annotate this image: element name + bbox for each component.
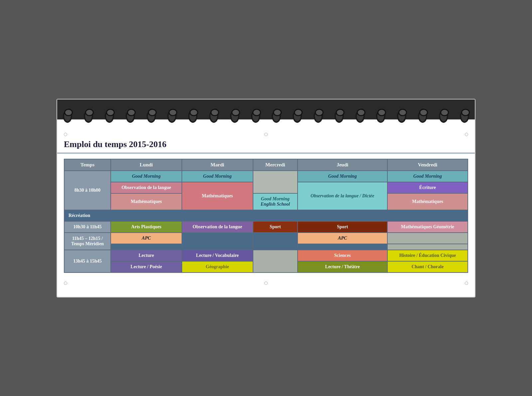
- page-title: Emploi du temps 2015-2016: [64, 139, 166, 149]
- spiral-20: [460, 111, 469, 123]
- col-temps: Temps: [64, 159, 111, 171]
- spiral-17: [397, 111, 406, 123]
- cell-mercredi-empty-1: [253, 171, 298, 193]
- cell-vendredi-gm: Good Morning: [387, 171, 468, 182]
- spiral-1: [63, 111, 72, 123]
- row-8h30-3: Mathématiques Good MorningEnglish School…: [64, 193, 468, 210]
- col-vendredi: Vendredi: [387, 159, 468, 171]
- cell-lundi-lecture-poesie: Lecture / Poésie: [111, 261, 182, 273]
- cell-vendredi-maths-geo: Mathématiques Géométrie: [387, 221, 468, 233]
- hole-center: [264, 133, 268, 136]
- page-holes-top: [57, 129, 475, 137]
- time-13h45: 13h45 à 15h45: [64, 250, 111, 273]
- spiral-8: [209, 111, 218, 123]
- hole-right: [465, 133, 468, 136]
- spiral-19: [439, 111, 448, 123]
- cell-lundi-obs: Observation de la langue: [111, 182, 182, 193]
- cell-vendredi-chant: Chant / Chorale: [387, 261, 468, 273]
- cell-jeudi-apc: APC: [298, 233, 387, 244]
- cell-vendredi-gray-meridien: [387, 244, 468, 250]
- notebook: Emploi du temps 2015-2016 Temps Lundi Ma…: [57, 99, 475, 297]
- recreation-row: Récréation: [64, 210, 468, 221]
- time-meridien: 11h45 – 12h15 / Temps Méridien: [64, 233, 111, 250]
- hole-bottom-left: [64, 282, 67, 285]
- spiral-13: [314, 111, 323, 123]
- cell-lundi-apc: APC: [111, 233, 182, 244]
- cell-jeudi-sciences: Sciences: [298, 250, 387, 261]
- spirals: [57, 111, 475, 123]
- cell-mardi-empty-meridien: [182, 233, 253, 250]
- col-mardi: Mardi: [182, 159, 253, 171]
- spiral-bar: [57, 99, 475, 119]
- cell-jeudi-obs-dictee: Observation de la langue / Dictée: [298, 182, 387, 210]
- cell-jeudi-blue-meridien: [298, 244, 387, 250]
- spiral-5: [147, 111, 156, 123]
- spiral-7: [188, 111, 198, 123]
- table-wrapper: Temps Lundi Mardi Mercredi Jeudi Vendred…: [57, 153, 475, 280]
- spiral-14: [334, 111, 344, 123]
- spiral-10: [251, 111, 260, 123]
- cell-mardi-geo: Géographie: [182, 261, 253, 273]
- time-8h30: 8h30 à 10h00: [64, 171, 111, 210]
- row-13h45-1: 13h45 à 15h45 Lecture Lecture / Vocabula…: [64, 250, 468, 261]
- cell-jeudi-lecture-theatre: Lecture / Théâtre: [298, 261, 387, 273]
- cell-jeudi-gm: Good Morning: [298, 171, 387, 182]
- cell-mardi-maths: Mathématiques: [182, 182, 253, 210]
- spiral-2: [84, 111, 93, 123]
- header-row: Temps Lundi Mardi Mercredi Jeudi Vendred…: [64, 159, 468, 171]
- spiral-18: [418, 111, 427, 123]
- row-8h30-1: 8h30 à 10h00 Good Morning Good Morning G…: [64, 171, 468, 182]
- cell-vendredi-maths2: Mathématiques: [387, 193, 468, 210]
- spiral-15: [355, 111, 365, 123]
- cell-mercredi-empty-meridien: [253, 233, 298, 250]
- hole-bottom-right: [465, 282, 468, 285]
- spiral-16: [376, 111, 385, 123]
- spiral-6: [167, 111, 177, 123]
- cell-mercredi-empty-13h45: [253, 250, 298, 273]
- cell-jeudi-sport: Sport: [298, 221, 387, 233]
- hole-bottom-center: [264, 282, 268, 285]
- title-section: Emploi du temps 2015-2016: [57, 137, 475, 153]
- cell-mercredi-sport: Sport: [253, 221, 298, 233]
- hole-left: [64, 133, 67, 136]
- col-mercredi: Mercredi: [253, 159, 298, 171]
- page-holes-bottom: [57, 280, 475, 287]
- cell-mardi-gm: Good Morning: [182, 171, 253, 182]
- spiral-4: [126, 111, 135, 123]
- cell-mardi-lecture-vocab: Lecture / Vocabulaire: [182, 250, 253, 261]
- cell-vendredi-histoire: Histoire / Éducation Civique: [387, 250, 468, 261]
- cell-mardi-obs2: Observation de la langue: [182, 221, 253, 233]
- schedule-table: Temps Lundi Mardi Mercredi Jeudi Vendred…: [64, 159, 468, 273]
- spiral-3: [105, 111, 114, 123]
- spiral-12: [293, 111, 302, 123]
- cell-lundi-blue-meridien: [111, 244, 182, 250]
- cell-recreation: Récréation: [64, 210, 468, 221]
- cell-lundi-gm: Good Morning: [111, 171, 182, 182]
- time-10h30: 10h30 à 11h45: [64, 221, 111, 233]
- spiral-9: [230, 111, 239, 123]
- cell-vendredi-ecriture: Écriture: [387, 182, 468, 193]
- cell-lundi-lecture: Lecture: [111, 250, 182, 261]
- cell-vendredi-empty-meridien: [387, 233, 468, 244]
- col-lundi: Lundi: [111, 159, 182, 171]
- col-jeudi: Jeudi: [298, 159, 387, 171]
- cell-lundi-arts: Arts Plastiques: [111, 221, 182, 233]
- row-meridien-1: 11h45 – 12h15 / Temps Méridien APC APC: [64, 233, 468, 244]
- spiral-11: [272, 111, 281, 123]
- cell-mercredi-gm: Good MorningEnglish School: [253, 193, 298, 210]
- cell-lundi-maths: Mathématiques: [111, 193, 182, 210]
